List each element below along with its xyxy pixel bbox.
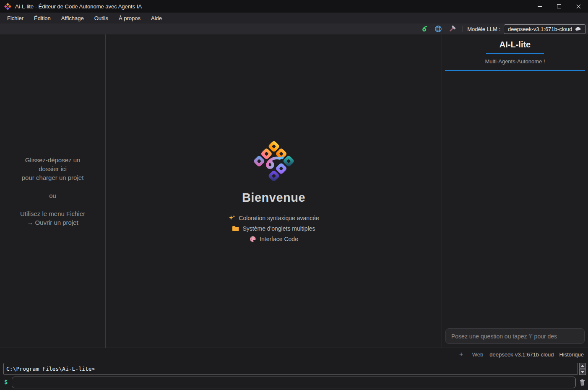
open-hint-line: → Ouvrir un projet <box>20 218 85 227</box>
terminal-command-input[interactable] <box>12 377 576 388</box>
feature-list: Coloration syntaxique avancée Système d'… <box>228 215 319 243</box>
llm-provider-button[interactable] <box>420 25 429 33</box>
triangle-up-icon <box>581 365 584 367</box>
feature-label: Interface Code <box>260 236 298 242</box>
history-link[interactable]: Historique <box>559 351 584 358</box>
menu-fichier[interactable]: Fichier <box>6 14 25 22</box>
terminal-prompt-text: C:\Program Files\Ai-L-lite> <box>6 366 95 372</box>
toolbar-separator <box>463 26 463 32</box>
terminal-prompt-symbol: $ <box>4 379 8 385</box>
web-toggle[interactable]: Web <box>472 351 484 358</box>
feature-label: Système d'onglets multiples <box>242 225 315 232</box>
llm-model-select[interactable]: deepseek-v3.1:671b-cloud <box>504 24 586 34</box>
app-window: Ai-L-lite - Éditeur de Code Autonome ave… <box>0 0 588 390</box>
window-controls <box>530 0 588 13</box>
feature-item: Coloration syntaxique avancée <box>228 215 319 222</box>
model-status-label: deepseek-v3.1:671b-cloud <box>489 351 554 358</box>
bottom-bar: + Web deepseek-v3.1:671b-cloud Historiqu… <box>0 348 588 390</box>
welcome-title: Bienvenue <box>242 191 305 205</box>
close-button[interactable] <box>569 0 588 13</box>
add-button[interactable]: + <box>459 350 463 359</box>
agent-toolbar: + Web deepseek-v3.1:671b-cloud Historiqu… <box>459 350 584 359</box>
drop-hint-line: Glissez-déposez un <box>22 156 84 164</box>
toolbar: Modèle LLM : deepseek-v3.1:671b-cloud <box>0 23 588 34</box>
tools-button[interactable] <box>448 25 456 33</box>
app-logo-icon <box>4 3 11 10</box>
web-search-button[interactable] <box>434 25 442 33</box>
minimize-icon <box>538 6 542 7</box>
menu-outils[interactable]: Outils <box>93 14 109 22</box>
scroll-up-button[interactable] <box>579 363 586 369</box>
close-icon <box>576 4 581 9</box>
maximize-icon <box>557 4 561 8</box>
clear-terminal-button[interactable] <box>578 379 586 386</box>
agent-panel-subtitle: Multi-Agents-Autonome ! <box>442 58 588 65</box>
main-area: Glissez-déposez un dossier ici pour char… <box>0 34 588 348</box>
open-hint: Utilisez le menu Fichier → Ouvrir un pro… <box>20 209 85 227</box>
menu-aide[interactable]: Aide <box>150 14 163 22</box>
menu-affichage[interactable]: Affichage <box>60 14 85 22</box>
scroll-down-button[interactable] <box>579 369 586 375</box>
agent-title-underline <box>486 53 544 54</box>
hammer-icon <box>448 25 456 33</box>
feature-item: Système d'onglets multiples <box>232 225 315 232</box>
sparkles-icon <box>228 215 235 222</box>
feature-label: Coloration syntaxique avancée <box>239 215 319 221</box>
project-drop-zone[interactable]: Glissez-déposez un dossier ici pour char… <box>0 34 106 348</box>
window-title: Ai-L-lite - Éditeur de Code Autonome ave… <box>15 3 142 10</box>
palette-icon <box>249 236 256 243</box>
agent-panel: AI-L-lite Multi-Agents-Autonome ! <box>442 34 588 348</box>
menu-bar: Fichier Édition Affichage Outils À propo… <box>0 13 588 23</box>
open-hint-line: Utilisez le menu Fichier <box>20 209 85 218</box>
editor-welcome-panel: Bienvenue Coloration syntaxique avancée <box>106 34 442 348</box>
title-bar: Ai-L-lite - Éditeur de Code Autonome ave… <box>0 0 588 13</box>
agent-chat-area <box>442 71 588 328</box>
triangle-down-icon <box>581 371 584 373</box>
drop-separator: ou <box>49 191 56 200</box>
menu-edition[interactable]: Édition <box>33 14 52 22</box>
minimize-button[interactable] <box>530 0 549 13</box>
drop-hint: Glissez-déposez un dossier ici pour char… <box>22 156 84 182</box>
app-logo-large <box>252 140 296 184</box>
agent-panel-title: AI-L-lite <box>442 40 588 49</box>
drop-hint-line: dossier ici <box>22 164 84 173</box>
drop-hint-line: pour charger un projet <box>22 173 84 182</box>
terminal-input-row: $ <box>0 377 588 389</box>
menu-a-propos[interactable]: À propos <box>117 14 142 22</box>
terminal-output[interactable]: C:\Program Files\Ai-L-lite> <box>3 363 578 375</box>
cloud-icon <box>575 27 581 31</box>
globe-icon <box>434 25 442 33</box>
maximize-button[interactable] <box>549 0 569 13</box>
trash-icon <box>579 379 585 386</box>
llm-model-value: deepseek-v3.1:671b-cloud <box>508 26 572 32</box>
folder-icon <box>232 225 239 232</box>
terminal-scrollbar <box>579 363 586 375</box>
agent-chat-input[interactable] <box>445 328 585 344</box>
feature-item: Interface Code <box>249 236 298 243</box>
green-loop-icon <box>421 25 428 33</box>
llm-label: Modèle LLM : <box>467 26 500 32</box>
